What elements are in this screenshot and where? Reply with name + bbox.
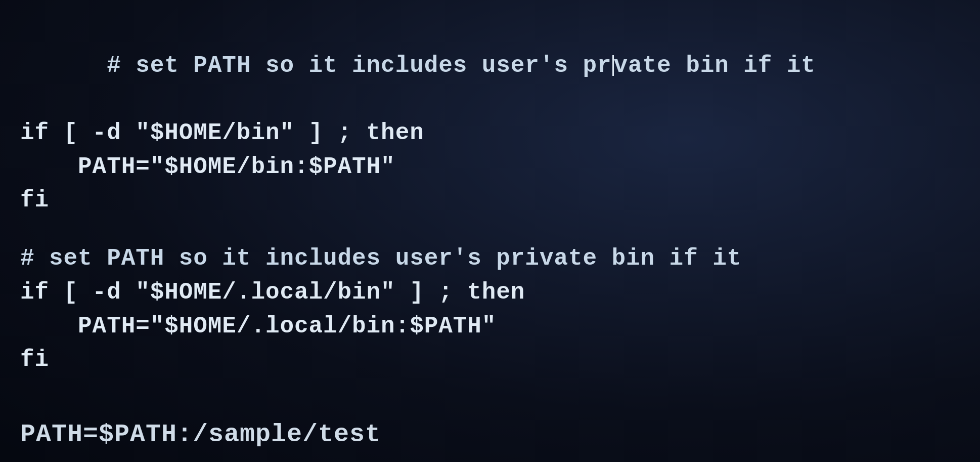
line-9-path: PATH=$PATH:/sample/test bbox=[20, 416, 960, 453]
line-1-text-after: vate bin if it bbox=[614, 53, 830, 79]
terminal-window: # set PATH so it includes user's prvate … bbox=[0, 0, 980, 462]
line-1-text-before: # set PATH so it includes user's pr bbox=[107, 53, 611, 79]
line-3: PATH="$HOME/bin:$PATH" bbox=[20, 150, 960, 184]
spacer-1 bbox=[20, 218, 960, 242]
line-4-fi: fi bbox=[20, 184, 960, 218]
code-block: # set PATH so it includes user's prvate … bbox=[20, 15, 960, 453]
line-5: # set PATH so it includes user's private… bbox=[20, 242, 960, 276]
line-6: if [ -d "$HOME/.local/bin" ] ; then bbox=[20, 276, 960, 310]
line-8-fi: fi bbox=[20, 343, 960, 377]
spacer-2 bbox=[20, 377, 960, 401]
line-2: if [ -d "$HOME/bin" ] ; then bbox=[20, 116, 960, 150]
line-7: PATH="$HOME/.local/bin:$PATH" bbox=[20, 310, 960, 344]
line-1: # set PATH so it includes user's prvate … bbox=[20, 15, 960, 116]
